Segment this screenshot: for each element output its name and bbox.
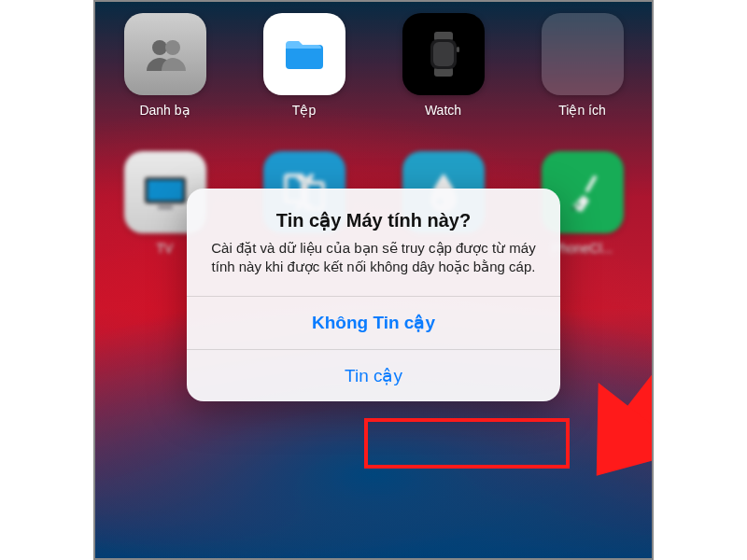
dialog-message: Cài đặt và dữ liệu của bạn sẽ truy cập đ… bbox=[205, 239, 542, 277]
app-watch[interactable]: Watch bbox=[402, 13, 485, 118]
app-label: Tệp bbox=[292, 103, 316, 118]
app-files[interactable]: Tệp bbox=[263, 13, 345, 118]
app-label: Watch bbox=[425, 103, 461, 118]
dialog-title: Tin cậy Máy tính này? bbox=[205, 209, 542, 231]
trust-computer-dialog: Tin cậy Máy tính này? Cài đặt và dữ liệu… bbox=[187, 189, 560, 401]
svg-rect-6 bbox=[433, 42, 454, 66]
folder-icon bbox=[542, 13, 624, 95]
app-contacts[interactable]: Danh bạ bbox=[124, 13, 206, 118]
contacts-icon bbox=[124, 13, 206, 95]
app-label: Tiện ích bbox=[558, 103, 606, 118]
app-label: TV bbox=[157, 241, 174, 256]
app-label: Danh bạ bbox=[139, 103, 190, 118]
trust-button[interactable]: Tin cậy bbox=[187, 349, 560, 401]
svg-point-0 bbox=[152, 40, 167, 55]
svg-rect-10 bbox=[158, 205, 173, 209]
svg-rect-14 bbox=[585, 175, 597, 192]
app-label: PhoneCl... bbox=[552, 241, 613, 256]
app-utilities-folder[interactable]: Tiện ích bbox=[542, 13, 624, 118]
files-icon bbox=[263, 13, 345, 95]
phone-screenshot: Danh bạ Tệp Watch Tiện íc bbox=[93, 0, 654, 560]
dont-trust-button[interactable]: Không Tin cậy bbox=[187, 297, 560, 349]
svg-rect-7 bbox=[457, 47, 459, 52]
svg-rect-9 bbox=[148, 180, 183, 201]
watch-icon bbox=[402, 13, 485, 95]
svg-point-1 bbox=[165, 40, 180, 55]
